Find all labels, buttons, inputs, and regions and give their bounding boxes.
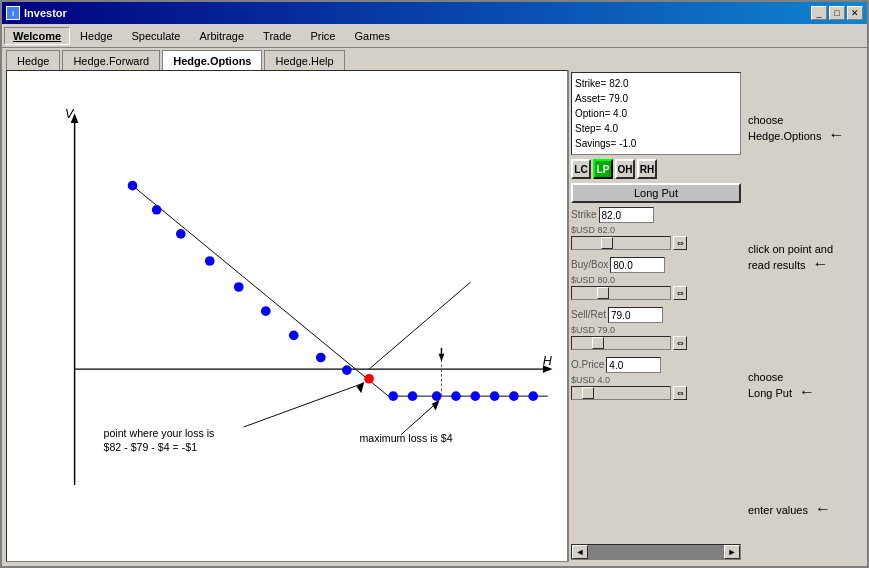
tab-hedge-help[interactable]: Hedge.Help	[264, 50, 344, 70]
buy-slider[interactable]: ⇔	[571, 286, 741, 300]
buy-thumb[interactable]	[597, 287, 609, 299]
menu-games[interactable]: Games	[345, 27, 398, 45]
sell-input[interactable]	[608, 307, 663, 323]
sell-sub-label: $USD 79.0	[571, 325, 615, 335]
strike-slider-track[interactable]	[571, 236, 671, 250]
sell-slider-track[interactable]	[571, 336, 671, 350]
svg-marker-29	[357, 382, 365, 394]
svg-point-20	[451, 391, 461, 401]
oprice-slider-track[interactable]	[571, 386, 671, 400]
info-step: Step= 4.0	[575, 121, 737, 136]
lc-button[interactable]: LC	[571, 159, 591, 179]
svg-point-21	[470, 391, 480, 401]
svg-point-8	[152, 205, 162, 215]
svg-line-6	[369, 282, 470, 369]
svg-line-4	[133, 186, 389, 396]
oprice-thumb[interactable]	[582, 387, 594, 399]
annotation-choose-hedge: chooseHedge.Options ←	[748, 114, 858, 144]
menu-hedge[interactable]: Hedge	[71, 27, 121, 45]
title-bar-left: i Investor	[6, 6, 67, 20]
svg-point-19	[432, 391, 442, 401]
svg-point-18	[408, 391, 418, 401]
oprice-field-group: O.Price $USD 4.0 ⇔	[571, 357, 741, 401]
annotation1-line2: $82 - $79 - $4 = -$1	[104, 441, 198, 453]
menu-arbitrage[interactable]: Arbitrage	[190, 27, 253, 45]
sell-label: Sell/Ret	[571, 309, 606, 320]
sell-arrows[interactable]: ⇔	[673, 336, 687, 350]
oprice-input[interactable]	[606, 357, 661, 373]
scroll-left-button[interactable]: ◄	[572, 545, 588, 559]
side-annotations: chooseHedge.Options ← click on point and…	[743, 70, 863, 562]
strike-slider-row: $USD 82.0	[571, 225, 741, 235]
tab-hedge-options[interactable]: Hedge.Options	[162, 50, 262, 70]
window-title: Investor	[24, 7, 67, 19]
svg-point-14	[316, 353, 326, 363]
title-bar-buttons: _ □ ✕	[811, 6, 863, 20]
rh-button[interactable]: RH	[637, 159, 657, 179]
buy-row: Buy/Box	[571, 257, 741, 273]
strike-input[interactable]	[599, 207, 654, 223]
annotation-enter-values: enter values ←	[748, 500, 858, 518]
maximize-button[interactable]: □	[829, 6, 845, 20]
long-put-button[interactable]: Long Put	[571, 183, 741, 203]
sell-slider[interactable]: ⇔	[571, 336, 741, 350]
strike-field-group: Strike $USD 82.0 ⇔	[571, 207, 741, 251]
menu-bar: Welcome Hedge Speculate Arbitrage Trade …	[2, 24, 867, 48]
strike-row: Strike	[571, 207, 741, 223]
info-strike: Strike= 82.0	[575, 76, 737, 91]
oprice-slider-row: $USD 4.0	[571, 375, 741, 385]
oh-button[interactable]: OH	[615, 159, 635, 179]
annotation-choose-long-put: chooseLong Put ←	[748, 371, 858, 401]
buy-arrows[interactable]: ⇔	[673, 286, 687, 300]
svg-point-11	[234, 282, 244, 292]
h-scrollbar[interactable]: ◄ ►	[571, 544, 741, 560]
oprice-slider[interactable]: ⇔	[571, 386, 741, 400]
strike-slider[interactable]: ⇔	[571, 236, 741, 250]
sell-thumb[interactable]	[592, 337, 604, 349]
strike-label: Strike	[571, 209, 597, 220]
buy-slider-track[interactable]	[571, 286, 671, 300]
oprice-label: O.Price	[571, 359, 604, 370]
close-button[interactable]: ✕	[847, 6, 863, 20]
tab-hedge[interactable]: Hedge	[6, 50, 60, 70]
buy-field-group: Buy/Box $USD 80.0 ⇔	[571, 257, 741, 301]
sell-slider-row: $USD 79.0	[571, 325, 741, 335]
menu-price[interactable]: Price	[301, 27, 344, 45]
title-bar: i Investor _ □ ✕	[2, 2, 867, 24]
menu-trade[interactable]: Trade	[254, 27, 300, 45]
app-icon: i	[6, 6, 20, 20]
buy-input[interactable]	[610, 257, 665, 273]
svg-point-23	[509, 391, 519, 401]
lp-button[interactable]: LP	[593, 159, 613, 179]
svg-point-10	[205, 256, 215, 266]
tab-hedge-forward[interactable]: Hedge.Forward	[62, 50, 160, 70]
svg-point-16	[364, 374, 374, 384]
menu-welcome[interactable]: Welcome	[4, 27, 70, 45]
strike-thumb[interactable]	[601, 237, 613, 249]
chart-area: V H	[6, 70, 568, 562]
svg-point-12	[261, 306, 271, 316]
svg-marker-31	[432, 400, 440, 411]
right-panel: Strike= 82.0 Asset= 79.0 Option= 4.0 Ste…	[568, 70, 743, 562]
svg-point-7	[128, 181, 138, 191]
strike-arrows[interactable]: ⇔	[673, 236, 687, 250]
buy-sub-label: $USD 80.0	[571, 275, 615, 285]
svg-point-24	[528, 391, 538, 401]
svg-point-13	[289, 330, 299, 340]
minimize-button[interactable]: _	[811, 6, 827, 20]
annotation1-line1: point where your loss is	[104, 427, 215, 439]
h-scrollbar-track[interactable]	[588, 545, 724, 559]
annotation-click-point: click on point andread results ←	[748, 243, 858, 273]
menu-speculate[interactable]: Speculate	[123, 27, 190, 45]
oprice-arrows[interactable]: ⇔	[673, 386, 687, 400]
svg-point-17	[388, 391, 398, 401]
strike-sub-label: $USD 82.0	[571, 225, 615, 235]
info-box[interactable]: Strike= 82.0 Asset= 79.0 Option= 4.0 Ste…	[571, 72, 741, 155]
svg-point-22	[490, 391, 500, 401]
info-savings: Savings= -1.0	[575, 136, 737, 151]
sell-field-group: Sell/Ret $USD 79.0 ⇔	[571, 307, 741, 351]
mode-buttons: LC LP OH RH	[571, 159, 741, 179]
scroll-right-button[interactable]: ►	[724, 545, 740, 559]
window-frame: i Investor _ □ ✕ Welcome Hedge Speculate…	[0, 0, 869, 568]
info-option: Option= 4.0	[575, 106, 737, 121]
